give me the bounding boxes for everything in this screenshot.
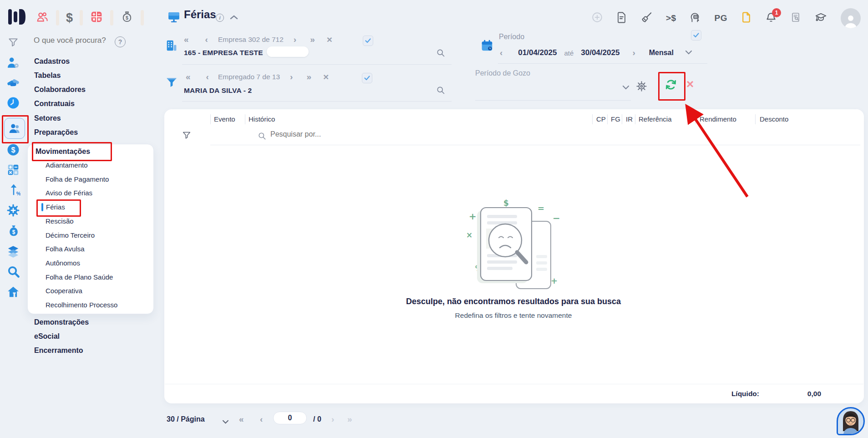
collapse-chevron-up-icon[interactable]: [229, 14, 239, 22]
raise-percent-icon[interactable]: %: [7, 183, 20, 199]
company-clear-button[interactable]: ×: [327, 35, 332, 45]
company-prev-button[interactable]: ‹: [205, 35, 208, 45]
gozo-chevron-down-icon[interactable]: [622, 84, 630, 92]
ai-assistant-icon[interactable]: [690, 11, 701, 25]
column-header-desconto[interactable]: Desconto: [760, 115, 788, 124]
document-icon[interactable]: [616, 11, 627, 25]
sidebar-search-input[interactable]: [33, 36, 111, 46]
per-page-chevron-down-icon[interactable]: [222, 418, 229, 426]
column-header-fg[interactable]: FG: [611, 115, 620, 124]
table-search-input[interactable]: [269, 130, 376, 139]
handshake-icon[interactable]: [5, 76, 21, 92]
column-header-evento[interactable]: Evento: [214, 115, 235, 124]
table-filter-icon[interactable]: [182, 130, 192, 142]
company-search-icon[interactable]: [436, 48, 445, 59]
home-icon[interactable]: [6, 285, 20, 300]
employee-first-button[interactable]: «: [186, 72, 191, 82]
company-checkbox[interactable]: [363, 36, 373, 46]
period-prev-button[interactable]: ‹: [500, 48, 503, 58]
sidebar-item-movimentacoes[interactable]: Movimentações: [36, 147, 90, 157]
refresh-icon[interactable]: [664, 78, 678, 93]
submenu-item-autonomos[interactable]: Autônomos: [46, 258, 80, 268]
period-end-date[interactable]: 30/04/2025: [581, 48, 619, 57]
employee-value[interactable]: MARIA DA SILVA - 2: [184, 87, 252, 95]
company-next-button[interactable]: ›: [294, 35, 296, 45]
page-first-button[interactable]: «: [239, 414, 244, 424]
app-logo[interactable]: [6, 7, 27, 28]
page-prev-button[interactable]: ‹: [260, 414, 263, 424]
dollar-favorite-icon[interactable]: $: [66, 11, 73, 25]
employee-last-button[interactable]: »: [306, 72, 311, 82]
period-next-button[interactable]: ›: [632, 48, 635, 58]
layers-icon[interactable]: [6, 244, 20, 260]
page-next-button[interactable]: ›: [331, 414, 334, 424]
column-header-ir[interactable]: IR: [626, 115, 633, 124]
column-header-historico[interactable]: Histórico: [249, 115, 275, 124]
column-header-cp[interactable]: CP: [596, 115, 606, 124]
sidebar-item-encerramento[interactable]: Encerramento: [34, 346, 83, 356]
submenu-item-folha-pagamento[interactable]: Folha de Pagamento: [46, 174, 109, 184]
submenu-item-adiantamento[interactable]: Adiantamento: [46, 160, 88, 170]
moneybag-module-icon[interactable]: $: [7, 224, 20, 239]
submenu-item-folha-avulsa[interactable]: Folha Avulsa: [46, 244, 85, 254]
user-avatar[interactable]: [841, 8, 861, 28]
submenu-item-ferias[interactable]: Férias: [46, 202, 65, 212]
period-mode-chevron-down-icon[interactable]: [685, 49, 693, 57]
sidebar-item-esocial[interactable]: eSocial: [34, 331, 60, 341]
notifications[interactable]: 1: [765, 11, 777, 25]
employee-search-icon[interactable]: [436, 86, 445, 97]
company-value[interactable]: 165 - EMPRESA TESTE: [184, 49, 263, 57]
submenu-item-decimo-terceiro[interactable]: Décimo Terceiro: [46, 230, 95, 240]
page-number-input[interactable]: [273, 412, 307, 424]
chat-assistant-avatar[interactable]: [837, 407, 865, 435]
audit-search-icon[interactable]: [790, 11, 801, 25]
column-header-rendimento[interactable]: Rendimento: [700, 115, 736, 124]
info-icon[interactable]: i: [216, 14, 224, 22]
graduation-cap-icon[interactable]: [814, 11, 827, 25]
employee-clear-button[interactable]: ×: [323, 72, 329, 82]
submenu-item-rescisao[interactable]: Rescisão: [46, 216, 74, 226]
search-module-icon[interactable]: [7, 265, 20, 280]
active-item-indicator: [41, 203, 43, 211]
company-first-button[interactable]: «: [184, 35, 189, 45]
submenu-item-cooperativa[interactable]: Cooperativa: [46, 286, 82, 296]
sidebar-item-contratuais[interactable]: Contratuais: [34, 99, 75, 109]
sidebar-item-tabelas[interactable]: Tabelas: [34, 71, 61, 81]
employee-next-button[interactable]: ›: [290, 72, 293, 82]
help-icon[interactable]: ?: [115, 36, 126, 47]
company-last-button[interactable]: »: [310, 35, 315, 45]
gozo-clear-icon[interactable]: ×: [686, 77, 694, 91]
period-checkbox[interactable]: [691, 30, 701, 41]
sidebar-item-demonstracoes[interactable]: Demonstrações: [34, 317, 89, 327]
gozo-settings-gear-icon[interactable]: [635, 80, 648, 94]
period-start-date[interactable]: 01/04/2025: [518, 48, 557, 57]
sidebar-item-preparacoes[interactable]: Preparações: [34, 127, 78, 138]
employee-checkbox[interactable]: [362, 73, 372, 83]
page-last-button[interactable]: »: [347, 414, 352, 424]
coin-icon[interactable]: $: [6, 143, 20, 158]
employees-module-icon[interactable]: [4, 118, 25, 139]
period-mode-select[interactable]: Mensal: [649, 49, 674, 57]
clock-icon[interactable]: [6, 96, 20, 112]
people-favorite-icon[interactable]: [36, 10, 49, 25]
submenu-item-recolhimento-processo[interactable]: Recolhimento Processo: [46, 300, 117, 310]
column-header-referencia[interactable]: Referência: [639, 115, 672, 124]
calculator-favorite-icon[interactable]: [90, 10, 103, 25]
moneybag-favorite-icon[interactable]: $: [120, 10, 134, 25]
per-page-select[interactable]: 30 / Página: [167, 415, 205, 423]
yellow-document-icon[interactable]: [741, 11, 752, 25]
sidebar-item-cadastros[interactable]: Cadastros: [34, 56, 70, 66]
broom-icon[interactable]: [640, 11, 653, 25]
add-circle-icon[interactable]: [591, 11, 603, 25]
employee-prev-button[interactable]: ‹: [206, 72, 209, 82]
sidebar-item-setores[interactable]: Setores: [34, 113, 61, 123]
pg-icon[interactable]: PG: [715, 13, 727, 23]
money-flow-icon[interactable]: >$: [666, 13, 676, 23]
calculator-module-icon[interactable]: [6, 163, 20, 178]
person-settings-icon[interactable]: [6, 56, 20, 72]
submenu-item-folha-plano-saude[interactable]: Folha de Plano Saúde: [46, 272, 113, 282]
submenu-item-aviso-ferias[interactable]: Aviso de Férias: [46, 188, 92, 198]
gear-plus-icon[interactable]: [6, 204, 20, 219]
sidebar-item-colaboradores[interactable]: Colaboradores: [34, 85, 86, 95]
sidebar-filter-icon[interactable]: [7, 36, 19, 50]
